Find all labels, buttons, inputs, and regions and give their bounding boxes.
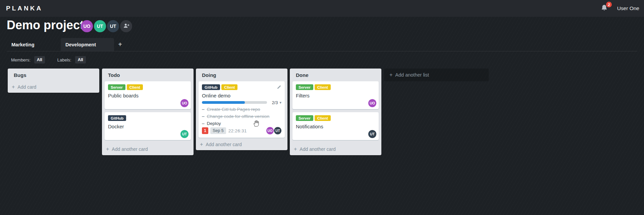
card-title: Public boards [108,93,187,98]
due-date-badge[interactable]: Sep 5 [210,127,226,134]
tabs-divider [7,51,637,51]
task-item: – Change code for offline version [202,113,281,120]
avatar: UO [368,99,376,107]
label-chip: Client [315,115,331,121]
avatar[interactable]: UT [107,20,119,32]
add-card-label: Add another card [206,142,241,147]
avatar: UO [266,127,274,134]
plus-icon: + [106,146,109,152]
planka-app: PLANKA 2 User One Demo project UO UT UT [0,0,644,215]
list-title[interactable]: Doing [196,69,287,81]
add-card-button[interactable]: + Add another card [290,140,381,155]
label-row: Server Client [296,84,375,90]
dash-icon: – [202,113,205,120]
card[interactable]: Server Client Notifications UT [292,112,379,140]
labels-filter-label: Labels: [57,57,71,62]
notification-badge: 2 [606,2,612,7]
label-row: Server Client [108,84,187,90]
label-row: Server Client [296,115,375,121]
card[interactable]: Server Client Filters UO [292,81,379,109]
list-title[interactable]: Done [290,69,381,81]
chevron-down-icon[interactable]: ▾ [279,100,281,105]
notifications-button[interactable]: 2 [600,4,609,13]
avatar: UT [274,127,281,134]
avatar[interactable]: UO [81,20,93,32]
task-list: – Create GitHub Pages repo – Change code… [202,106,281,127]
card-title: Online demo [202,93,281,98]
label-chip: Server [296,84,313,90]
avatar: UT [368,130,376,138]
top-bar: PLANKA 2 User One [0,0,644,17]
board-tabs: Marketing Development + [0,38,644,51]
card-stack: Server Client Public boards UO GitHub Do… [102,81,194,140]
add-list-label: Add another list [395,72,429,78]
project-members: UO UT UT [81,20,132,32]
label-chip: Server [108,84,125,90]
card[interactable]: GitHub Docker UT [105,112,191,140]
card-members: UO UT [266,127,281,134]
filter-bar: Members: All Labels: All [11,56,86,64]
progress-fill [202,101,245,104]
edit-card-icon[interactable] [277,85,281,89]
label-chip: Client [221,84,237,90]
list-todo: Todo Server Client Public boards UO GitH… [102,69,194,155]
planka-logo[interactable]: PLANKA [6,5,43,12]
label-chip: Server [296,115,313,121]
plus-icon: + [118,41,122,48]
card-stack: Server Client Filters UO Server Client N… [290,81,381,140]
label-row: GitHub Client [202,84,281,90]
label-chip: Client [127,84,143,90]
plus-icon: + [389,72,392,78]
avatar: UO [180,99,189,107]
project-title[interactable]: Demo project [7,18,84,33]
label-chip: GitHub [202,84,220,90]
add-card-button[interactable]: + Add card [8,81,99,93]
list-done: Done Server Client Filters UO Server Cli… [290,69,381,155]
plus-icon: + [12,84,15,90]
list-title[interactable]: Bugs [8,69,99,81]
card[interactable]: GitHub Client Online demo 2/3 ▾ [199,81,285,138]
add-member-button[interactable] [120,20,132,32]
task-text: Deploy [207,120,221,127]
task-text: Change code for offline version [207,113,270,120]
card[interactable]: Server Client Public boards UO [105,81,191,109]
dash-icon: – [202,106,205,113]
card-title: Docker [108,124,187,129]
tasks-progress: 2/3 ▾ [202,100,281,105]
plus-icon: + [294,146,297,152]
dash-icon: – [202,120,205,127]
label-chip: Client [315,84,331,90]
tab-marketing[interactable]: Marketing [11,38,35,51]
card-badges: 1 Sep 5 22:26:31 UO UT [202,127,281,134]
person-add-icon [123,22,130,31]
tab-development[interactable]: Development [61,38,114,51]
add-card-button[interactable]: + Add another card [196,138,287,150]
add-card-label: Add card [17,84,36,90]
progress-bar [202,101,267,104]
task-text: Create GitHub Pages repo [207,106,260,113]
add-card-button[interactable]: + Add another card [102,140,194,155]
avatar[interactable]: UT [94,20,106,32]
card-notification-badge: 1 [202,127,208,134]
task-item: – Deploy [202,120,281,127]
label-chip: GitHub [108,115,126,121]
add-list-button[interactable]: + Add another list [384,69,489,81]
card-title: Filters [296,93,375,98]
list-doing: Doing GitHub Client Online demo 2 [196,69,287,150]
list-bugs: Bugs + Add card [8,69,99,93]
card-stack: GitHub Client Online demo 2/3 ▾ [196,81,287,138]
list-title[interactable]: Todo [102,69,194,81]
add-board-button[interactable]: + [116,38,124,51]
label-row: GitHub [108,115,187,121]
progress-count: 2/3 [272,100,278,105]
members-filter-button[interactable]: All [34,56,45,63]
add-card-label: Add another card [112,146,148,152]
members-filter-label: Members: [11,57,31,62]
user-menu[interactable]: User One [617,0,639,17]
card-title: Notifications [296,124,375,129]
plus-icon: + [200,142,203,147]
timer-value[interactable]: 22:26:31 [228,128,247,133]
add-card-label: Add another card [300,146,335,152]
task-item: – Create GitHub Pages repo [202,106,281,113]
labels-filter-button[interactable]: All [75,56,86,63]
